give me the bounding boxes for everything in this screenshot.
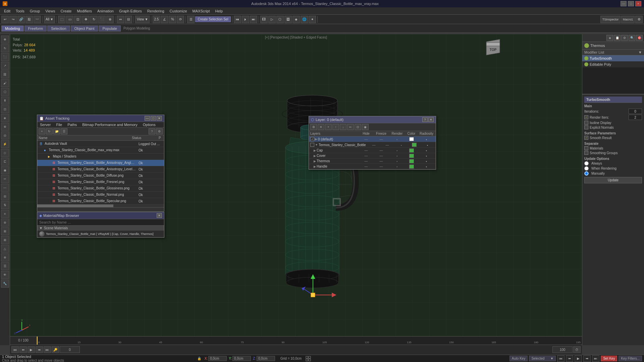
layer-thermos-bottle-color-swatch[interactable]: [412, 143, 417, 147]
layer-highlight-button[interactable]: ◉: [362, 124, 369, 130]
modifier-turbosmooth[interactable]: TurboSmooth: [582, 55, 644, 61]
asset-row-diffuse[interactable]: 🖼 Termos_Stanley_Classic_Bottle_Diffuse.…: [37, 173, 164, 179]
menu-create[interactable]: Create: [58, 8, 74, 14]
layer-cover-color-swatch[interactable]: [409, 154, 414, 158]
material-editor-button[interactable]: ◈: [292, 16, 300, 23]
menu-modifiers[interactable]: Modifiers: [74, 8, 95, 14]
play-anim-button[interactable]: ▶: [28, 346, 35, 353]
menu-help[interactable]: Help: [213, 8, 226, 14]
layer-delete-button[interactable]: ✕: [318, 124, 324, 130]
mat-close-button[interactable]: ✕: [157, 213, 162, 218]
asset-add-button[interactable]: +: [39, 128, 45, 134]
asset-refresh-button[interactable]: ↻: [46, 128, 53, 134]
ref-coord-button[interactable]: ⊕: [106, 16, 114, 23]
render-env-button[interactable]: 🌐: [301, 16, 308, 23]
layer-thermos-bottle-radiosity[interactable]: ▪: [419, 143, 436, 147]
tsinspector-button[interactable]: TSInspector: [600, 16, 621, 23]
weld-icon[interactable]: ⚡: [1, 140, 9, 148]
end-frame-display[interactable]: 100: [552, 346, 573, 353]
layer-row-thermos[interactable]: ▶ Thermos — — ▪ ▪: [309, 159, 436, 164]
layer-row-handle[interactable]: ▶ Handle — — ▪ ▪: [309, 164, 436, 169]
menu-tools[interactable]: Tools: [13, 8, 27, 14]
asset-settings-button[interactable]: ⚙: [156, 128, 163, 134]
current-frame-display[interactable]: 0: [60, 346, 80, 353]
key-mode-button[interactable]: 🔑: [52, 346, 59, 353]
mod-icon5[interactable]: 🎯: [636, 35, 643, 41]
layer-cap-hide[interactable]: —: [359, 148, 374, 152]
systems-icon[interactable]: ☰: [1, 262, 9, 270]
nav-cube[interactable]: TOP: [481, 38, 505, 61]
layer-handle-radiosity[interactable]: ▪: [417, 165, 436, 168]
layer-default-color[interactable]: [406, 137, 417, 141]
layer-thermos-bottle-color[interactable]: [409, 143, 419, 147]
x-value[interactable]: 0,0cm: [208, 356, 227, 361]
asset-row-vault[interactable]: 🗄 Autodesk Vault Logged Out ...: [37, 141, 164, 147]
rotate-button[interactable]: ↻: [90, 16, 98, 23]
materials-checkbox[interactable]: [584, 146, 588, 150]
layer-thermos-color[interactable]: [406, 159, 417, 163]
asset-menu-options[interactable]: Options: [140, 122, 158, 127]
asset-row-normal[interactable]: 🖼 Termos_Stanley_Classic_Bottle_Normal.p…: [37, 192, 164, 198]
always-radio[interactable]: [584, 161, 589, 166]
layer-thermos-bottle-render[interactable]: ▪: [394, 143, 409, 147]
snap-btn[interactable]: 2.5: [153, 16, 160, 23]
menu-views[interactable]: Views: [43, 8, 58, 14]
asset-menu-bitmap[interactable]: Bitmap Performance and Memory: [79, 122, 140, 127]
layer-select-button[interactable]: ⊡: [355, 124, 361, 130]
layer-cover-radiosity[interactable]: ▪: [417, 154, 436, 158]
layer-thermos-render[interactable]: ▪: [389, 159, 406, 163]
select-move-button[interactable]: ✥: [82, 16, 90, 23]
layer-move-up-button[interactable]: ↑: [332, 124, 339, 130]
asset-scrollbar[interactable]: [37, 204, 164, 207]
create-selection-button[interactable]: Create Selection Sel: [195, 16, 230, 22]
render-iters-value[interactable]: 2: [629, 115, 642, 120]
tab-modeling[interactable]: Modeling: [1, 25, 24, 32]
asset-restore-button[interactable]: □: [151, 116, 156, 121]
layer-row-thermos-bottle[interactable]: ▼ Termos_Stanley_Classic_Bottle — — ▪ ▪: [309, 142, 436, 148]
isoline-checkbox[interactable]: [584, 121, 588, 125]
scale-button[interactable]: ⬛: [98, 16, 106, 23]
collapse-icon[interactable]: ⊚: [1, 219, 9, 227]
render-button[interactable]: ▷: [268, 16, 276, 23]
next-key-button[interactable]: ➡: [36, 346, 43, 353]
minimize-button[interactable]: —: [621, 1, 627, 6]
layer-cover-render[interactable]: ▪: [389, 154, 406, 158]
update-button[interactable]: Update: [584, 177, 642, 183]
asset-row-anisotropy-level[interactable]: 🖼 Termos_Stanley_Classic_Bottle_Anisotro…: [37, 166, 164, 173]
timeline-playhead[interactable]: [37, 337, 38, 345]
close-button[interactable]: ✕: [635, 1, 641, 6]
inset-icon[interactable]: ⊡: [1, 105, 9, 113]
layer-handle-hide[interactable]: —: [359, 165, 374, 168]
flip-icon[interactable]: ⇅: [1, 201, 9, 209]
layer-thermos-bottle-hide[interactable]: —: [367, 143, 381, 147]
timeline-ruler[interactable]: 0 / 100 0 15 30 45 60 75 90 105 120 135 …: [10, 337, 582, 345]
iterations-value[interactable]: 0: [629, 109, 642, 114]
smooth-result-checkbox[interactable]: ✓: [584, 136, 588, 140]
z-value[interactable]: 0,0cm: [257, 356, 275, 361]
select-region-button[interactable]: ▭: [66, 16, 73, 23]
align-icon2[interactable]: ≡: [1, 210, 9, 218]
material-search-input[interactable]: [37, 219, 164, 226]
layer-cap-radiosity[interactable]: ▪: [417, 148, 436, 152]
layer-merge-button[interactable]: ⇐: [347, 124, 354, 130]
tab-populate[interactable]: Populate: [99, 25, 120, 32]
layer-cap-freeze[interactable]: —: [374, 148, 389, 152]
asset-row-specular[interactable]: 🖼 Termos_Stanley_Classic_Bottle_Specular…: [37, 198, 164, 204]
layer-default-hide[interactable]: —: [359, 137, 374, 141]
layer-default-color-swatch[interactable]: [409, 137, 414, 141]
modifier-editable-poly[interactable]: Editable Poly: [582, 61, 644, 67]
tab-freeform[interactable]: Freeform: [24, 25, 47, 32]
asset-row-maxfile[interactable]: ■ Termos_Stanley_Classic_Bottle_max_vray…: [37, 147, 164, 154]
set-key-button[interactable]: Set Key: [601, 356, 617, 361]
mat-item[interactable]: Termos_Stanley_Classic_Bottle_mat ( VRay…: [37, 231, 164, 237]
menu-graph-editors[interactable]: Graph Editors: [116, 8, 145, 14]
asset-close-button[interactable]: ✕: [157, 116, 162, 121]
extra-tools-button[interactable]: ⚙: [635, 16, 643, 23]
menu-edit[interactable]: Edit: [1, 8, 13, 14]
asset-scrollbar-thumb[interactable]: [37, 204, 113, 207]
move-tool-icon[interactable]: ✥: [1, 36, 9, 44]
render-iters-checkbox[interactable]: ✓: [584, 115, 588, 119]
status-prev-key-button[interactable]: ⬅: [566, 355, 573, 362]
asset-help-button[interactable]: ?: [149, 128, 155, 134]
mod-icon1[interactable]: ◈: [606, 35, 613, 41]
